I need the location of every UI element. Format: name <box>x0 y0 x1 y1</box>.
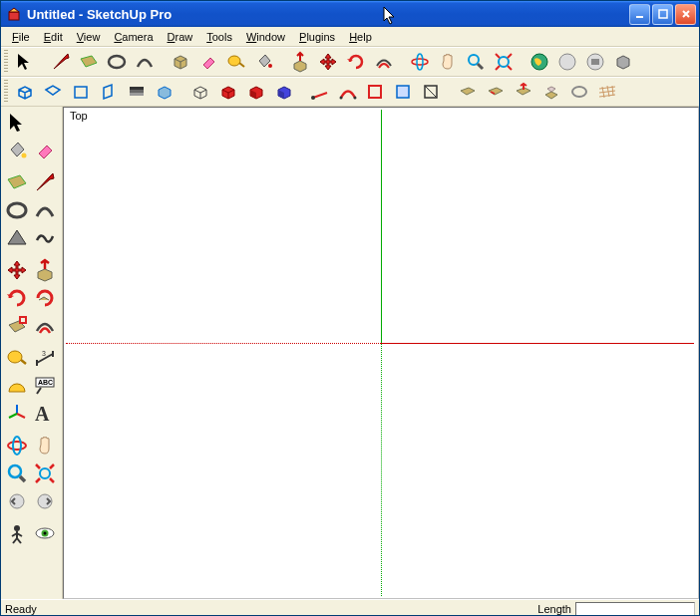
offset-lg[interactable] <box>32 313 58 339</box>
rotate-lg[interactable] <box>4 285 30 311</box>
zoom-tool[interactable] <box>464 50 488 74</box>
get-models-tool[interactable] <box>527 50 551 74</box>
push-pull-lg[interactable] <box>32 257 58 283</box>
axes-lg[interactable] <box>4 401 30 427</box>
dimension-lg[interactable]: 3 <box>32 345 58 371</box>
circle-lg[interactable] <box>4 197 30 223</box>
eraser-lg[interactable] <box>32 138 58 163</box>
follow-me-lg[interactable] <box>32 285 58 311</box>
tape-measure-tool[interactable] <box>224 50 248 74</box>
previous-view-lg[interactable] <box>4 488 30 514</box>
pan-lg[interactable] <box>32 433 58 459</box>
svg-point-4 <box>228 56 240 66</box>
maximize-button[interactable] <box>652 4 673 25</box>
svg-point-7 <box>417 54 423 70</box>
push-pull-tool[interactable] <box>288 50 312 74</box>
grid-tool[interactable] <box>595 80 619 104</box>
svg-rect-27 <box>20 317 26 323</box>
section-cut-tool[interactable] <box>420 80 444 104</box>
offset-tool[interactable] <box>372 50 396 74</box>
get-photo-texture-tool[interactable] <box>583 50 607 74</box>
menu-view[interactable]: View <box>70 29 108 45</box>
circle-tool[interactable] <box>105 50 129 74</box>
close-button[interactable] <box>675 4 696 25</box>
menu-plugins[interactable]: Plugins <box>292 29 342 45</box>
extension-tool[interactable] <box>611 50 635 74</box>
svg-point-28 <box>8 351 22 363</box>
right-view-tool[interactable] <box>97 80 121 104</box>
measurement-input[interactable] <box>575 602 695 617</box>
minimize-button[interactable] <box>629 4 650 25</box>
hidden-line-style-tool[interactable] <box>216 80 240 104</box>
red-axis-dotted-icon <box>66 343 381 344</box>
share-model-tool[interactable] <box>555 50 579 74</box>
menu-help[interactable]: Help <box>342 29 379 45</box>
select-tool-lg[interactable] <box>4 110 30 136</box>
tape-measure-lg[interactable] <box>4 345 30 371</box>
arc-2-tool[interactable] <box>336 80 360 104</box>
menu-file[interactable]: File <box>5 29 37 45</box>
zoom-lg[interactable] <box>4 461 30 486</box>
select-tool[interactable] <box>13 50 37 74</box>
protractor-lg[interactable] <box>4 373 30 399</box>
rectangle-lg[interactable] <box>4 169 30 195</box>
iso-view-tool[interactable] <box>13 80 37 104</box>
shaded-style-tool[interactable] <box>244 80 268 104</box>
polygon-lg[interactable] <box>4 225 30 251</box>
section-plane-tool[interactable] <box>364 80 388 104</box>
shaded-textures-style-tool[interactable] <box>272 80 296 104</box>
wireframe-style-tool[interactable] <box>188 80 212 104</box>
eraser-tool[interactable] <box>196 50 220 74</box>
rectangle-tool[interactable] <box>77 50 101 74</box>
svg-text:3: 3 <box>42 350 46 357</box>
move-tool[interactable] <box>316 50 340 74</box>
shadow-tool[interactable] <box>456 80 480 104</box>
line-lg[interactable] <box>32 169 58 195</box>
scale-tool-top[interactable] <box>539 80 563 104</box>
next-view-lg[interactable] <box>32 488 58 514</box>
svg-point-36 <box>40 468 50 478</box>
svg-point-24 <box>572 87 586 97</box>
left-view-tool[interactable] <box>153 80 176 104</box>
fog-tool[interactable] <box>484 80 508 104</box>
orbit-lg[interactable] <box>4 433 30 459</box>
look-around-lg[interactable] <box>32 520 58 546</box>
menu-camera[interactable]: Camera <box>107 29 160 45</box>
app-icon <box>7 6 23 22</box>
rotate-tool[interactable] <box>344 50 368 74</box>
pan-tool[interactable] <box>436 50 460 74</box>
arc-lg[interactable] <box>32 197 58 223</box>
top-view-tool[interactable] <box>41 80 65 104</box>
menu-edit[interactable]: Edit <box>37 29 70 45</box>
line-tool[interactable] <box>49 50 73 74</box>
green-axis-icon <box>381 110 382 344</box>
svg-point-5 <box>268 64 272 68</box>
zoom-extents-lg[interactable] <box>32 461 58 486</box>
text-lg[interactable]: ABC <box>32 373 58 399</box>
menu-draw[interactable]: Draw <box>161 29 200 45</box>
3d-text-lg[interactable]: A <box>32 401 58 427</box>
back-view-tool[interactable] <box>125 80 149 104</box>
scale-lg[interactable] <box>4 313 30 339</box>
section-display-tool[interactable] <box>392 80 416 104</box>
freehand-lg[interactable] <box>32 225 58 251</box>
front-view-tool[interactable] <box>69 80 93 104</box>
orbit-tool[interactable] <box>408 50 432 74</box>
svg-point-8 <box>469 55 479 65</box>
position-camera-lg[interactable] <box>4 520 30 546</box>
paint-bucket-lg[interactable] <box>4 138 30 163</box>
svg-rect-1 <box>636 16 643 18</box>
axes-tool[interactable] <box>308 80 332 104</box>
3d-viewport[interactable]: Top <box>63 107 699 599</box>
status-text: Ready <box>5 603 37 615</box>
menu-window[interactable]: Window <box>239 29 292 45</box>
arc-tool[interactable] <box>133 50 157 74</box>
zoom-extents-tool[interactable] <box>492 50 516 74</box>
menu-tools[interactable]: Tools <box>199 29 239 45</box>
paint-bucket-tool[interactable] <box>252 50 276 74</box>
layer-tool[interactable] <box>567 80 591 104</box>
toolbar-large: 3 ABC A <box>1 107 63 599</box>
make-component-tool[interactable] <box>169 50 192 74</box>
move-lg[interactable] <box>4 257 30 283</box>
sandbox-tool[interactable] <box>512 80 535 104</box>
